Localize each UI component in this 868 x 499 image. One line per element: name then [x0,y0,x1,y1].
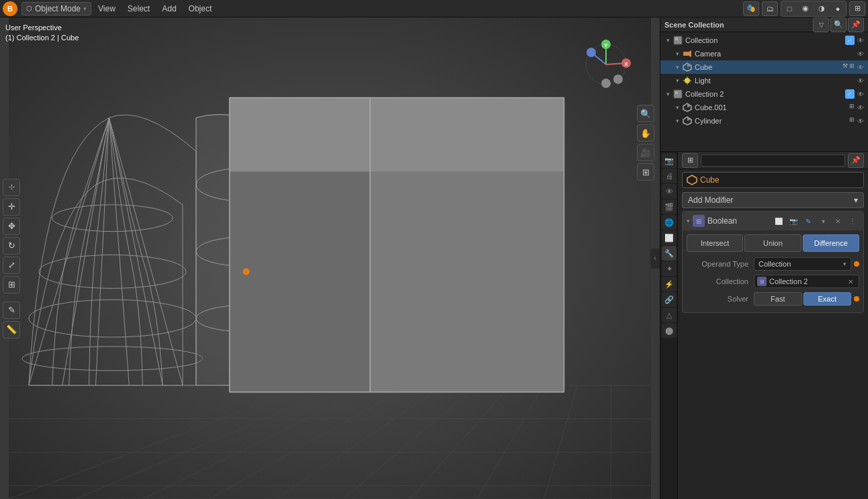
cylinder-expand-arrow[interactable]: ▾ [672,116,682,126]
modifier-expand-icon[interactable]: ▾ [687,218,690,224]
transform-tool[interactable]: ⊞ [3,276,20,293]
view-layer-icon[interactable]: 🗂 [762,1,778,16]
zoom-camera-icon[interactable]: 🔍 [637,105,654,122]
operand-type-dropdown[interactable]: Collection ▾ [754,257,851,271]
tab-particles[interactable]: ✦ [662,261,677,276]
operand-type-label: Operand Type [687,260,754,268]
properties-search[interactable] [701,154,845,167]
intersect-button[interactable]: Intersect [687,234,743,252]
outliner-title: Scene Collection [664,21,724,29]
viewport-gizmo[interactable]: Y X [579,38,633,93]
menu-object[interactable]: Object [183,3,218,15]
editor-type-icon[interactable]: ⊞ [849,1,865,16]
menu-add[interactable]: Add [157,3,181,15]
modifier-edit-icon[interactable]: ✎ [801,214,815,228]
outliner-item-cylinder[interactable]: ▾ Cylinder ⊞ 👁 [660,114,868,128]
solver-exact-button[interactable]: Exact [804,292,852,306]
collection-row: Collection ⊞ Collection 2 ✕ [687,273,859,289]
props-pin-icon[interactable]: 📌 [848,153,864,168]
move-tool[interactable]: ✥ [3,218,20,235]
main-content: User Perspective (1) Collection 2 | Cube… [0,17,868,499]
modifier-type-icon: ⊞ [693,215,705,227]
cube-visibility-icon[interactable]: 👁 [856,62,865,72]
modifier-dropdown-icon[interactable]: ▾ [816,214,830,228]
operand-type-dot [854,261,859,267]
add-modifier-button[interactable]: Add Modifier ▾ [682,192,864,208]
tab-output[interactable]: 🖨 [662,169,677,183]
tab-data[interactable]: △ [662,308,677,322]
collection2-expand-arrow[interactable]: ▾ [663,89,672,99]
camera-visibility-icon[interactable]: 👁 [856,49,865,58]
tab-world[interactable]: 🌐 [662,215,677,230]
outliner-search-icon[interactable]: 🔍 [830,17,847,32]
tab-scene[interactable]: 🎬 [662,199,677,214]
light-visibility-icon[interactable]: 👁 [856,76,865,85]
shading-material-btn[interactable]: ◑ [814,1,830,16]
collection-expand-arrow[interactable]: ▾ [663,36,672,45]
scene-selector-icon[interactable]: 🎭 [743,1,759,16]
cylinder-constraint-icon: ⊞ [849,116,855,126]
svg-point-55 [685,78,690,83]
svg-marker-31 [230,171,370,392]
outliner-item-cube001[interactable]: ▾ Cube.001 ⊞ 👁 [660,101,868,114]
modifier-realtime-icon[interactable]: ⬜ [772,214,785,228]
modifier-render-icon[interactable]: 📷 [787,214,800,228]
operand-dropdown-arrow: ▾ [843,261,847,267]
menu-view[interactable]: View [93,3,121,15]
collection-clear-button[interactable]: ✕ [845,276,856,287]
operand-type-row: Operand Type Collection ▾ [687,256,859,272]
modifier-menu-icon[interactable]: ⋮ [846,214,859,228]
cylinder-visibility-icon[interactable]: 👁 [856,116,865,126]
collection-label: Collection [687,277,754,285]
outliner-item-cube[interactable]: ▾ Cube ⚒ ⊞ 👁 [660,60,868,74]
menu-select[interactable]: Select [122,3,155,15]
blender-logo[interactable]: B [3,1,17,16]
outliner-item-light[interactable]: ▾ Light 👁 [660,74,868,87]
tab-constraints[interactable]: 🔗 [662,292,677,307]
tab-object[interactable]: ⬜ [662,230,677,245]
collection-checkbox[interactable]: ✓ [845,36,855,45]
union-button[interactable]: Union [744,234,801,252]
grid-view-icon[interactable]: ⊞ [637,163,654,181]
viewport-3d[interactable]: User Perspective (1) Collection 2 | Cube… [0,17,660,499]
hand-tool[interactable]: ✋ [637,124,654,142]
cube001-visibility-icon[interactable]: 👁 [856,103,865,112]
camera-view-icon[interactable]: 🎥 [637,144,654,161]
top-bar: B ⬡ Object Mode ▾ View Select Add Object… [0,0,868,17]
svg-text:X: X [624,61,628,67]
tab-modifier[interactable]: 🔧 [662,246,677,261]
rotate-tool[interactable]: ↻ [3,237,20,255]
mode-selector[interactable]: ⬡ Object Mode ▾ [21,2,91,15]
collection-field[interactable]: ⊞ Collection 2 ✕ [754,275,859,288]
outliner-item-camera[interactable]: ▾ Camera 👁 [660,47,868,60]
outliner-pin-icon[interactable]: 📌 [848,17,864,32]
solver-fast-button[interactable]: Fast [754,292,802,306]
camera-expand-arrow[interactable]: ▾ [672,49,682,58]
tab-view[interactable]: 👁 [662,184,677,199]
collection-visibility-icon[interactable]: 👁 [856,36,865,45]
collection2-checkbox[interactable]: ✓ [845,89,855,99]
shading-wireframe-btn[interactable]: □ [781,1,797,16]
outliner-item-collection2[interactable]: ▾ Collection 2 ✓ 👁 [660,87,868,101]
difference-button[interactable]: Difference [803,234,859,252]
collection2-visibility-icon[interactable]: 👁 [856,89,865,99]
shading-solid-btn[interactable]: ◉ [797,1,814,16]
shading-render-btn[interactable]: ● [830,1,846,16]
tab-material[interactable]: ⬤ [662,323,677,338]
cursor-tool[interactable]: ✛ [3,198,20,216]
scale-tool[interactable]: ⤢ [3,257,20,274]
cube-expand-arrow[interactable]: ▾ [672,62,682,72]
outliner-item-collection[interactable]: ▾ Collection ✓ 👁 [660,34,868,47]
tab-render[interactable]: 📷 [662,153,677,168]
cube001-expand-arrow[interactable]: ▾ [672,103,682,112]
tab-physics[interactable]: ⚡ [662,277,677,291]
outliner-filter-icon[interactable]: ▽ [813,17,829,32]
panel-collapse-arrow[interactable]: ‹ [650,248,660,269]
light-expand-arrow[interactable]: ▾ [672,76,682,85]
measure-tool[interactable]: 📏 [3,321,20,338]
select-box-tool[interactable]: ⊹ [3,179,20,196]
object-name-field[interactable]: Cube [682,172,864,188]
props-tool-icon[interactable]: ⊞ [682,153,698,168]
modifier-close-icon[interactable]: ✕ [831,214,844,228]
annotate-tool[interactable]: ✎ [3,302,20,319]
